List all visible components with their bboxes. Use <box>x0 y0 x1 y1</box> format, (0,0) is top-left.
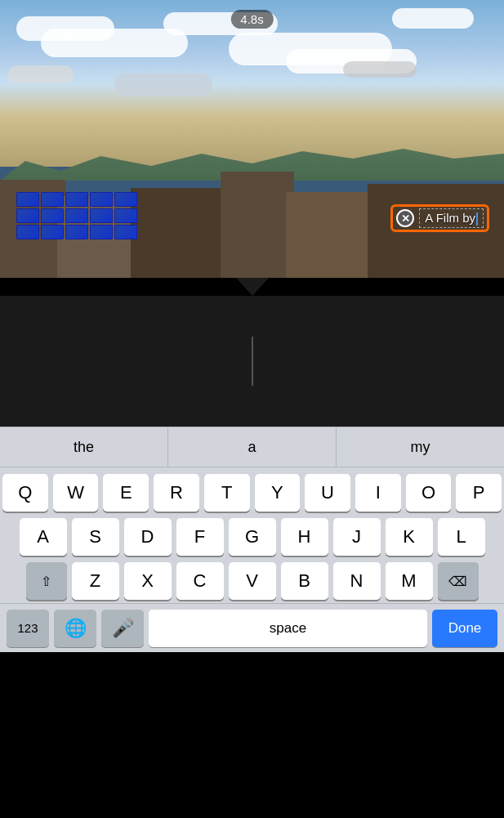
close-icon[interactable]: ✕ <box>396 209 414 227</box>
key-g[interactable]: G <box>229 518 276 556</box>
text-overlay[interactable]: ✕ A Film by <box>390 204 489 232</box>
key-h[interactable]: H <box>281 518 328 556</box>
keyboard-row-3: ⇧ Z X C V B N M ⌫ <box>2 562 502 600</box>
key-q[interactable]: Q <box>2 474 48 512</box>
solar-panels <box>16 192 180 241</box>
video-preview: 4.8s ✕ A Film by <box>0 0 504 278</box>
key-l[interactable]: L <box>438 518 485 556</box>
key-p[interactable]: P <box>456 474 502 512</box>
autocomplete-bar: the a my <box>0 427 504 467</box>
key-b[interactable]: B <box>281 562 328 600</box>
numbers-key[interactable]: 123 <box>7 610 49 647</box>
key-u[interactable]: U <box>305 474 350 512</box>
key-s[interactable]: S <box>72 518 119 556</box>
overlay-text[interactable]: A Film by <box>419 208 484 228</box>
buildings <box>0 125 504 278</box>
autocomplete-my[interactable]: my <box>337 427 504 467</box>
key-y[interactable]: Y <box>255 474 301 512</box>
key-z[interactable]: Z <box>72 562 119 600</box>
key-v[interactable]: V <box>229 562 276 600</box>
shift-key[interactable]: ⇧ <box>26 562 67 600</box>
bottom-bar: 123 🌐 🎤 space Done <box>0 603 504 652</box>
video-pointer <box>236 278 269 296</box>
key-x[interactable]: X <box>124 562 172 600</box>
text-input-area[interactable] <box>0 296 504 427</box>
key-j[interactable]: J <box>333 518 381 556</box>
key-t[interactable]: T <box>204 474 250 512</box>
key-k[interactable]: K <box>386 518 433 556</box>
key-n[interactable]: N <box>333 562 381 600</box>
key-d[interactable]: D <box>124 518 172 556</box>
text-overlay-border: ✕ A Film by <box>390 204 489 232</box>
done-key[interactable]: Done <box>432 610 497 647</box>
mic-key[interactable]: 🎤 <box>101 610 144 647</box>
timer-badge: 4.8s <box>230 10 273 29</box>
globe-key[interactable]: 🌐 <box>54 610 96 647</box>
keyboard-row-2: A S D F G H J K L <box>2 518 502 556</box>
autocomplete-the[interactable]: the <box>0 427 168 467</box>
key-a[interactable]: A <box>20 518 67 556</box>
key-w[interactable]: W <box>53 474 99 512</box>
keyboard-row-1: Q W E R T Y U I O P <box>2 474 502 512</box>
key-o[interactable]: O <box>406 474 452 512</box>
space-key[interactable]: space <box>149 610 427 647</box>
key-f[interactable]: F <box>176 518 224 556</box>
key-m[interactable]: M <box>386 562 433 600</box>
key-i[interactable]: I <box>355 474 401 512</box>
key-e[interactable]: E <box>103 474 149 512</box>
keyboard: Q W E R T Y U I O P A S D F G H J K L ⇧ … <box>0 467 504 603</box>
key-r[interactable]: R <box>154 474 199 512</box>
key-c[interactable]: C <box>176 562 224 600</box>
autocomplete-a[interactable]: a <box>168 427 337 467</box>
delete-key[interactable]: ⌫ <box>438 562 479 600</box>
text-cursor <box>252 337 253 386</box>
